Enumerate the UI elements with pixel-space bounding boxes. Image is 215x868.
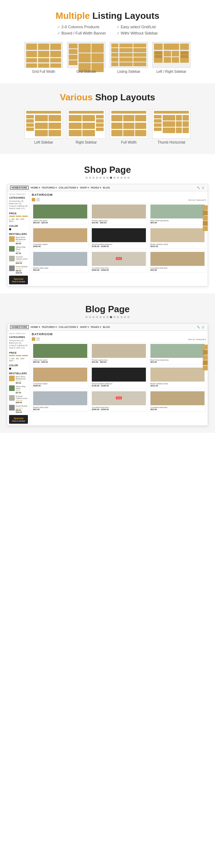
price-title: PRICE — [9, 212, 28, 215]
product-price-3: $64.00 — [150, 222, 205, 224]
blog-dot-1 — [86, 316, 88, 318]
blog-bestseller-img-4 — [9, 405, 15, 410]
blog-product-img-2 — [92, 344, 146, 358]
blog-nav-cart[interactable]: 🛒 — [202, 326, 205, 329]
shop-thumb-full-width: Full Width — [110, 109, 148, 144]
blog-main-page-title: BATHROOM — [32, 332, 206, 336]
bestseller-2: Gibson Ring Stand ★★★ $27.00 — [9, 246, 28, 254]
blog-price-range — [9, 355, 28, 356]
product-price-6: $221.00 — [150, 245, 205, 247]
shop-img-full-width — [110, 109, 148, 139]
nav-right: 🔍 🛒 — [197, 186, 205, 189]
shop-thumb-right-sidebar: Right Sidebar — [67, 109, 105, 144]
blog-bestseller-4: Drood Headset ★★★★★ $30.00 - $100.00 — [9, 405, 28, 413]
blog-bestseller-img-1 — [9, 376, 15, 381]
blog-bestseller-1: Basic Home Big Bedroom ★★★★ $64.00 — [9, 376, 28, 384]
nav-blog[interactable]: BLOG — [103, 186, 110, 189]
bestsellers-title: BESTSELLERS — [9, 233, 28, 235]
special-banner: Special Dress & Lifestyle — [9, 276, 28, 284]
blog-price-title: PRICE — [9, 352, 28, 354]
blog-bestseller-3: Gourmet Cabinet Levern ★★★★★ $200.00 — [9, 395, 28, 404]
side-icon-5 — [203, 226, 208, 231]
layout-thumb-listing-sidebar: Listing Sidebar — [110, 42, 148, 74]
blog-dot-2 — [89, 316, 91, 318]
blog-product-img-4 — [33, 368, 87, 382]
cat-sofa: Sofa & chair (11) — [9, 207, 28, 209]
blog-nav-pages[interactable]: PAGES ▾ — [91, 326, 101, 329]
blog-product-img-1 — [33, 344, 87, 358]
blog-nav-search[interactable]: 🔍 — [197, 326, 200, 329]
blog-list-view-btn[interactable] — [36, 337, 40, 341]
nav-shop[interactable]: SHOP ▾ — [80, 186, 89, 189]
list-view-btn[interactable] — [36, 198, 40, 201]
blog-price-labels: 0 - $80 · $80 - $300 · $300 + — [9, 358, 28, 362]
nav-home[interactable]: HOME ▾ — [31, 186, 40, 189]
blog-color-swatch-black — [9, 368, 11, 370]
product-img-5 — [92, 228, 146, 242]
shop-layouts-title: Various Shop Layouts — [7, 92, 208, 103]
blog-product-img-5 — [92, 368, 146, 382]
nav-collections[interactable]: COLLECTIONS ▾ — [59, 186, 78, 189]
bestseller-img-4 — [9, 266, 15, 271]
view-toolbar: Sort by: Featured ▾ — [32, 198, 206, 201]
blog-grid-view-btn[interactable] — [32, 337, 35, 341]
product-img-4 — [33, 228, 87, 242]
blog-product-4: Cocoartime station $300.00 — [32, 366, 89, 388]
layout-img-grid-sidebar — [67, 42, 105, 68]
blog-nav-features[interactable]: FEATURES ▾ — [42, 326, 57, 329]
product-img-9 — [150, 252, 205, 266]
blog-dot-4 — [96, 316, 98, 318]
feature-3: Easy select Grid/List — [117, 25, 158, 29]
blog-pagination-dots — [7, 316, 208, 318]
cat-accessories: Accessories (3) — [9, 200, 28, 202]
nav-pages[interactable]: PAGES ▾ — [91, 186, 101, 189]
price-range — [9, 216, 28, 217]
nav-links: HOME ▾ FEATURES ▾ COLLECTIONS ▾ SHOP ▾ P… — [31, 186, 110, 189]
layout-img-lr-sidebar — [152, 42, 191, 68]
section-shop-page: Shop Page HOMESTORE HOME ▾ FEATURES ▾ CO… — [0, 154, 215, 293]
layout-thumbs: Grid Full Width Grid Sidebar — [7, 42, 208, 74]
color-title: COLOR — [9, 225, 28, 227]
nav-features[interactable]: FEATURES ▾ — [42, 186, 57, 189]
side-icon-2 — [203, 210, 208, 215]
dot-8-active — [110, 177, 112, 179]
product-price-7: $52.00 — [33, 269, 87, 271]
blog-nav-home[interactable]: HOME ▾ — [31, 326, 40, 329]
blog-special-desc: Dress & Lifestyle — [11, 420, 26, 422]
bestseller-info-3: Gourmet Cabinet Levern ★★★★★ $200.00 — [16, 256, 28, 264]
grid-view-btn[interactable] — [32, 198, 35, 201]
blog-side-icon-1 — [203, 345, 208, 349]
side-icon-3 — [203, 216, 208, 221]
dot-10 — [117, 177, 119, 179]
blog-bestseller-img-3 — [9, 395, 15, 401]
sort-control[interactable]: Sort by: Featured ▾ — [188, 199, 206, 201]
blog-sort-control[interactable]: Sort by: Featured ▾ — [188, 338, 206, 340]
blog-product-8: SALE Cocoartime best timer $250.00 - $30… — [90, 390, 147, 412]
product-price-1: $65.00 - $25.00 — [33, 222, 87, 224]
blog-nav-collections[interactable]: COLLECTIONS ▾ — [59, 326, 78, 329]
bestseller-3: Gourmet Cabinet Levern ★★★★★ $200.00 — [9, 256, 28, 264]
blog-nav-shop[interactable]: SHOP ▾ — [80, 326, 89, 329]
blog-browser-nav: HOMESTORE HOME ▾ FEATURES ▾ COLLECTIONS … — [7, 324, 208, 331]
bestseller-info-4: Drood Headset ★★★★★ $30.00 - $100.00 — [16, 266, 28, 274]
blog-dot-13 — [127, 316, 129, 318]
blog-product-6: Broken skeleton shouk $221.00 — [149, 366, 206, 388]
product-3: Basic Home big kitchen $64.00 — [149, 203, 206, 225]
blog-nav-blog[interactable]: BLOG — [103, 326, 110, 329]
browser-sidebar: Home / Bathroom CATEGORIES Accessories (… — [7, 191, 30, 286]
shop-label-left-sidebar: Left Sidebar — [34, 140, 53, 144]
blog-side-icon-4 — [203, 360, 208, 365]
nav-cart[interactable]: 🛒 — [202, 186, 205, 189]
blog-browser-mockup: HOMESTORE HOME ▾ FEATURES ▾ COLLECTIONS … — [7, 323, 208, 426]
blog-product-price-2: $15.50 - $20.00 — [92, 361, 146, 363]
shop-label-full-width: Full Width — [121, 140, 136, 144]
blog-product-9: Cocoartime best timer $52.00 — [149, 390, 206, 412]
dot-3 — [92, 177, 95, 179]
nav-search[interactable]: 🔍 — [197, 186, 200, 189]
blog-dot-11 — [120, 316, 123, 318]
blog-cat-bathroom: Bathroom (3) — [9, 342, 28, 344]
blog-product-price-4: $300.00 — [33, 385, 87, 387]
blog-product-price-9: $52.00 — [150, 408, 205, 410]
section-shop: Various Shop Layouts Left Sidebar — [0, 83, 215, 154]
blog-bestsellers-title: BESTSELLERS — [9, 372, 28, 375]
